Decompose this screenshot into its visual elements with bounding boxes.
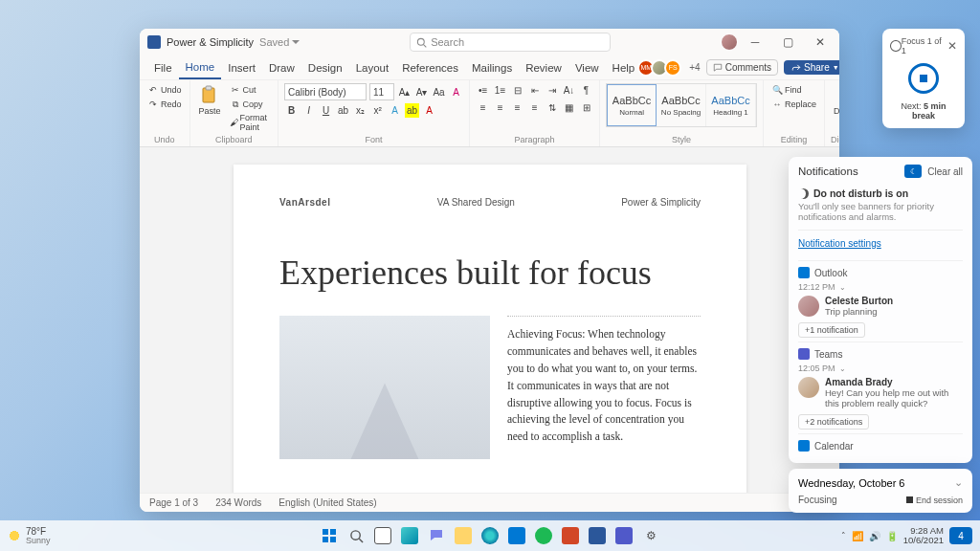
highlight-button[interactable]: ab — [405, 103, 419, 118]
document-image[interactable] — [279, 316, 490, 459]
share-button[interactable]: Share ▼ — [784, 60, 839, 75]
widgets-button[interactable] — [398, 524, 421, 547]
calendar-section-header[interactable]: Calendar — [798, 433, 963, 452]
tab-references[interactable]: References — [395, 55, 465, 79]
tab-file[interactable]: File — [147, 55, 179, 79]
search-box[interactable]: Search — [410, 33, 611, 52]
strikethrough-button[interactable]: ab — [336, 103, 350, 118]
document-canvas[interactable]: VanArsdel VA Shared Design Power & Simpl… — [140, 147, 839, 493]
dnd-toggle-badge[interactable]: ☾ — [904, 165, 922, 178]
teams-time-toggle[interactable]: 12:05 PM⌄ — [798, 364, 963, 373]
tab-design[interactable]: Design — [301, 55, 349, 79]
bold-button[interactable]: B — [284, 103, 299, 118]
borders-button[interactable]: ⊞ — [579, 100, 593, 115]
account-avatar[interactable] — [721, 33, 738, 51]
copy-button[interactable]: ⧉Copy — [228, 98, 273, 111]
presence-avatars[interactable]: MM FS — [641, 59, 681, 77]
settings-button[interactable]: ⚙ — [639, 524, 662, 547]
styles-gallery[interactable]: AaBbCcNormal AaBbCcNo Spacing AaBbCcHead… — [606, 83, 757, 127]
mail-button[interactable] — [505, 524, 528, 547]
close-button[interactable]: ✕ — [809, 35, 832, 49]
clear-all-button[interactable]: Clear all — [927, 166, 963, 177]
tab-insert[interactable]: Insert — [221, 55, 262, 79]
replace-button[interactable]: ↔Replace — [769, 98, 818, 111]
shrink-font-button[interactable]: A▾ — [414, 85, 429, 99]
tab-home[interactable]: Home — [179, 55, 222, 79]
end-session-button[interactable]: End session — [906, 496, 963, 505]
align-right-button[interactable]: ≡ — [510, 100, 524, 115]
outlook-notification[interactable]: Celeste BurtonTrip planning — [798, 296, 963, 317]
teams-notification[interactable]: Amanda BradyHey! Can you help me out wit… — [798, 377, 963, 408]
paste-button[interactable]: Paste — [196, 83, 224, 118]
document-page[interactable]: VanArsdel VA Shared Design Power & Simpl… — [234, 165, 746, 493]
subscript-button[interactable]: x₂ — [353, 103, 368, 118]
notification-count-badge[interactable]: 4 — [949, 527, 972, 544]
wifi-icon[interactable]: 📶 — [852, 531, 863, 541]
font-family-select[interactable]: Calibri (Body) — [284, 83, 367, 100]
undo-button[interactable]: ↶Undo — [145, 83, 184, 97]
taskbar-search-button[interactable] — [345, 524, 368, 547]
line-spacing-button[interactable]: ⇅ — [545, 100, 559, 115]
weather-widget[interactable]: 78°F Sunny — [8, 527, 51, 545]
chat-button[interactable] — [425, 524, 448, 547]
find-button[interactable]: 🔍Find — [769, 83, 818, 97]
multilevel-list-button[interactable]: ⊟ — [510, 83, 524, 98]
tab-view[interactable]: View — [568, 55, 606, 79]
style-no-spacing[interactable]: AaBbCcNo Spacing — [657, 84, 706, 126]
volume-icon[interactable]: 🔊 — [869, 531, 880, 541]
status-word-count[interactable]: 234 Words — [215, 497, 261, 508]
tab-draw[interactable]: Draw — [262, 55, 301, 79]
sort-button[interactable]: A↓ — [562, 83, 576, 98]
teams-more-button[interactable]: +2 notifications — [798, 414, 869, 430]
cut-button[interactable]: ✂Cut — [228, 83, 273, 97]
font-color-button[interactable]: A — [422, 103, 436, 118]
expand-calendar-button[interactable]: ⌄ — [954, 476, 963, 489]
tab-review[interactable]: Review — [519, 55, 568, 79]
stop-focus-button[interactable] — [908, 63, 939, 94]
numbering-button[interactable]: 1≡ — [493, 83, 507, 98]
comments-button[interactable]: Comments — [706, 59, 778, 76]
start-button[interactable] — [318, 524, 341, 547]
font-size-select[interactable]: 11 — [369, 83, 394, 100]
minimize-button[interactable]: ─ — [744, 35, 767, 49]
edge-button[interactable] — [479, 524, 501, 547]
align-left-button[interactable]: ≡ — [476, 100, 490, 115]
tray-overflow-button[interactable]: ˄ — [841, 531, 846, 540]
maximize-button[interactable]: ▢ — [776, 35, 799, 49]
dictate-button[interactable]: 🎤Dictate — [831, 83, 839, 118]
decrease-indent-button[interactable]: ⇤ — [527, 83, 542, 98]
close-focus-toast-button[interactable]: ✕ — [947, 40, 957, 52]
powerpoint-button[interactable] — [559, 524, 582, 547]
battery-icon[interactable]: 🔋 — [886, 531, 898, 541]
change-case-button[interactable]: Aa — [432, 85, 446, 99]
show-marks-button[interactable]: ¶ — [579, 83, 593, 98]
format-painter-button[interactable]: 🖌Format Paint — [228, 112, 273, 133]
clear-formatting-button[interactable]: A — [449, 85, 463, 99]
italic-button[interactable]: I — [301, 103, 316, 118]
shading-button[interactable]: ▦ — [562, 100, 576, 115]
grow-font-button[interactable]: A▴ — [397, 85, 412, 99]
tab-mailings[interactable]: Mailings — [465, 55, 519, 79]
outlook-time-toggle[interactable]: 12:12 PM⌄ — [798, 282, 963, 292]
status-language[interactable]: English (United States) — [278, 497, 376, 508]
spotify-button[interactable] — [532, 524, 555, 547]
autosave-status[interactable]: Saved — [259, 36, 300, 48]
increase-indent-button[interactable]: ⇥ — [545, 83, 559, 98]
status-page[interactable]: Page 1 of 3 — [149, 497, 198, 508]
tab-help[interactable]: Help — [606, 55, 642, 79]
task-view-button[interactable] — [371, 524, 394, 547]
align-center-button[interactable]: ≡ — [493, 100, 507, 115]
document-heading[interactable]: Experiences built for focus — [279, 253, 701, 293]
word-taskbar-button[interactable] — [586, 524, 609, 547]
presence-more-count[interactable]: +4 — [689, 62, 700, 73]
bullets-button[interactable]: •≡ — [476, 83, 490, 98]
underline-button[interactable]: U — [319, 103, 333, 118]
notification-settings-link[interactable]: Notification settings — [798, 238, 881, 249]
style-normal[interactable]: AaBbCcNormal — [607, 84, 657, 126]
outlook-more-button[interactable]: +1 notification — [798, 322, 865, 338]
clock-button[interactable]: 9:28 AM 10/6/2021 — [903, 526, 944, 546]
teams-taskbar-button[interactable] — [612, 524, 635, 547]
superscript-button[interactable]: x² — [370, 103, 385, 118]
text-effects-button[interactable]: A — [388, 103, 402, 118]
redo-button[interactable]: ↷Redo — [145, 98, 184, 111]
